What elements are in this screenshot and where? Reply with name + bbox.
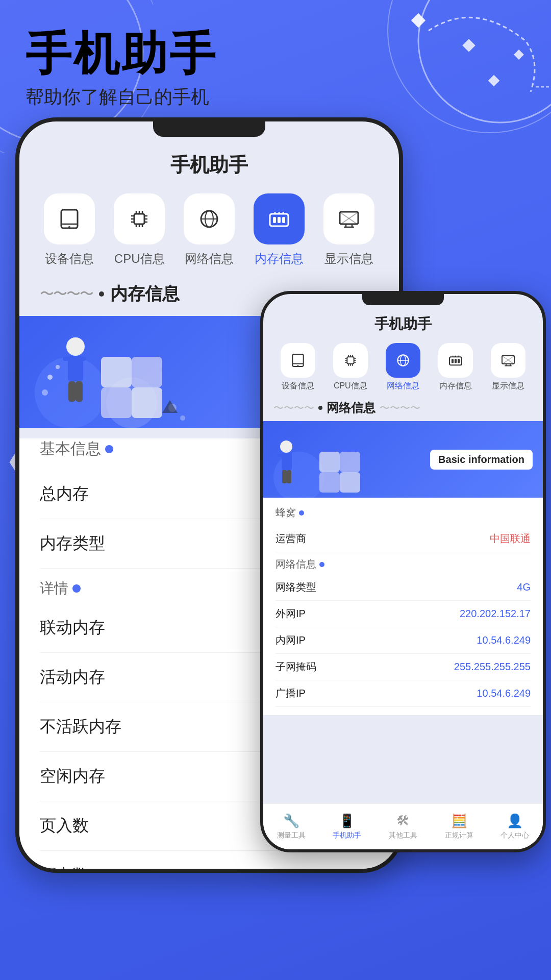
s-icon-display[interactable]: 显示信息 — [491, 343, 525, 391]
s-carrier-row: 运营商 中国联通 — [276, 526, 531, 552]
svg-point-53 — [47, 375, 53, 380]
svg-point-61 — [297, 365, 298, 366]
icon-cpu[interactable]: CPU信息 — [114, 193, 165, 267]
s-subnet-row: 子网掩码 255.255.255.255 — [276, 654, 531, 680]
svg-rect-94 — [319, 472, 340, 493]
nav-profile-label: 个人中心 — [500, 831, 529, 840]
svg-rect-44 — [132, 357, 162, 387]
display-icon — [323, 193, 374, 244]
svg-point-55 — [42, 389, 48, 396]
s-banner: Basic information — [263, 421, 543, 498]
svg-rect-101 — [287, 470, 291, 483]
svg-rect-98 — [278, 454, 285, 457]
icon-display[interactable]: 显示信息 — [323, 193, 374, 267]
s-carrier-key: 运营商 — [276, 532, 306, 546]
memory-label: 内存信息 — [255, 251, 304, 267]
main-icon-row: 设备信息 CPU信息 网络信息 内存信息 — [19, 193, 399, 267]
s-icon-cpu[interactable]: CPU信息 — [333, 343, 368, 391]
main-phone-title: 手机助手 — [19, 152, 399, 178]
page-out-row: 页出数 14755 — [40, 851, 379, 873]
svg-point-11 — [68, 226, 70, 228]
wavy-line-main: 〜〜〜〜 — [40, 284, 93, 304]
svg-rect-50 — [76, 357, 86, 361]
profile-icon: 👤 — [507, 813, 523, 829]
device-icon — [44, 193, 95, 244]
svg-rect-92 — [319, 452, 340, 472]
s-internal-ip-row: 内网IP 10.54.6.249 — [276, 627, 531, 654]
nav-phone-helper[interactable]: 📱 手机助手 — [333, 813, 361, 840]
nav-profile[interactable]: 👤 个人中心 — [500, 813, 529, 840]
network-label: 网络信息 — [185, 251, 234, 267]
svg-rect-100 — [282, 470, 287, 483]
nav-calculator[interactable]: 🧮 正规计算 — [445, 813, 473, 840]
s-display-icon — [491, 343, 525, 378]
s-section-title: 网络信息 — [327, 400, 375, 416]
icon-device[interactable]: 设备信息 — [44, 193, 95, 267]
detail-dot — [72, 584, 81, 593]
nav-measurement-label: 测量工具 — [277, 831, 306, 840]
nav-calculator-label: 正规计算 — [445, 831, 473, 840]
s-cpu-icon — [333, 343, 368, 378]
svg-point-96 — [280, 440, 292, 453]
svg-point-47 — [66, 337, 85, 356]
cpu-icon — [114, 193, 165, 244]
s-carrier-val: 中国联通 — [490, 532, 531, 546]
svg-point-57 — [180, 415, 185, 421]
nav-other-tools-label: 其他工具 — [389, 831, 417, 840]
banner-basic-info-label: Basic information — [430, 450, 533, 470]
svg-rect-79 — [452, 359, 454, 363]
main-phone-notch — [153, 121, 265, 137]
svg-rect-52 — [76, 381, 83, 402]
device-label: 设备信息 — [45, 251, 94, 267]
svg-rect-93 — [340, 452, 360, 472]
s-cpu-label: CPU信息 — [334, 381, 367, 391]
memory-type-key: 内存类型 — [40, 532, 105, 555]
svg-rect-59 — [292, 354, 303, 366]
nav-other-tools[interactable]: 🛠 其他工具 — [389, 813, 417, 840]
icon-network[interactable]: 网络信息 — [184, 193, 235, 267]
s-section-header: 〜〜〜〜 网络信息 〜〜〜〜 — [263, 400, 543, 416]
basic-dot — [105, 445, 113, 453]
svg-rect-81 — [458, 359, 460, 363]
svg-rect-9 — [61, 210, 78, 228]
header: 手机助手 帮助你了解自己的手机 — [26, 31, 217, 110]
total-memory-key: 总内存 — [40, 483, 89, 505]
s-info-panel: 蜂窝 运营商 中国联通 网络信息 网络类型 4G 外网IP 220.202.15… — [263, 498, 543, 715]
cellular-dot — [299, 510, 304, 516]
s-icon-device[interactable]: 设备信息 — [281, 343, 315, 391]
svg-rect-45 — [101, 387, 132, 418]
s-icon-memory[interactable]: 内存信息 — [438, 343, 473, 391]
network-icon — [184, 193, 235, 244]
s-external-ip-row: 外网IP 220.202.152.17 — [276, 601, 531, 627]
section-title-main: 内存信息 — [110, 282, 180, 306]
app-subtitle: 帮助你了解自己的手机 — [26, 85, 217, 110]
icon-memory[interactable]: 内存信息 — [254, 193, 305, 267]
basic-section-label: 基本信息 — [40, 438, 101, 459]
svg-rect-99 — [284, 454, 291, 457]
network-section-dot — [319, 562, 324, 567]
s-bottom-nav: 🔧 测量工具 📱 手机助手 🛠 其他工具 🧮 正规计算 👤 个人中心 — [263, 803, 543, 849]
s-memory-label: 内存信息 — [439, 381, 472, 391]
svg-rect-43 — [101, 357, 132, 387]
s-memory-icon — [438, 343, 473, 378]
secondary-phone: 手机助手 设备信息 CPU信息 网络信息 — [260, 291, 546, 852]
svg-rect-80 — [455, 359, 457, 363]
nav-phone-helper-label: 手机助手 — [333, 831, 361, 840]
s-device-label: 设备信息 — [282, 381, 314, 391]
svg-point-91 — [273, 452, 324, 498]
s-broadcast-row: 广播IP 10.54.6.249 — [276, 680, 531, 707]
svg-rect-49 — [63, 357, 73, 361]
memory-icon — [254, 193, 305, 244]
svg-rect-62 — [347, 357, 354, 363]
secondary-phone-notch — [362, 294, 444, 305]
s-device-icon — [281, 343, 315, 378]
svg-rect-51 — [68, 381, 76, 402]
s-cellular-label: 蜂窝 — [276, 506, 531, 520]
svg-rect-29 — [273, 217, 276, 223]
svg-rect-12 — [134, 214, 144, 224]
svg-rect-95 — [340, 472, 360, 493]
s-icon-network[interactable]: 网络信息 — [386, 343, 420, 391]
nav-measurement[interactable]: 🔧 测量工具 — [277, 813, 306, 840]
secondary-phone-title: 手机助手 — [263, 314, 543, 334]
svg-rect-31 — [282, 217, 285, 223]
